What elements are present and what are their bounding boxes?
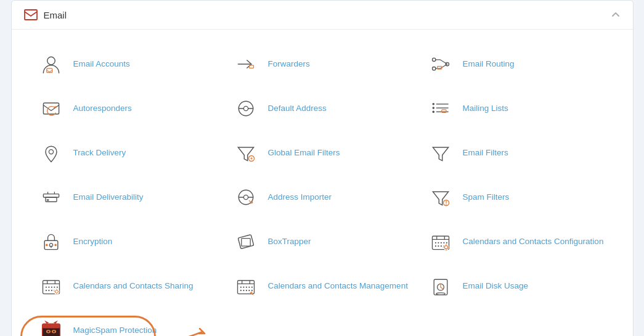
grid-container: Email Accounts Forwarders xyxy=(30,42,614,336)
svg-rect-34 xyxy=(241,239,250,247)
svg-point-76 xyxy=(240,290,241,291)
calendars-contacts-config-icon xyxy=(427,228,454,255)
item-boxtrapper[interactable]: BoxTrapper xyxy=(225,219,420,264)
item-default-address[interactable]: Default Address xyxy=(225,86,420,131)
item-global-email-filters[interactable]: Global Email Filters xyxy=(225,131,420,175)
svg-point-57 xyxy=(51,287,52,288)
email-disk-usage-icon xyxy=(427,272,454,300)
chevron-up-icon[interactable] xyxy=(611,10,621,20)
svg-point-41 xyxy=(440,242,441,244)
calendars-contacts-management-icon xyxy=(232,272,259,300)
email-filters-label: Email Filters xyxy=(463,147,508,158)
svg-point-78 xyxy=(245,290,247,291)
svg-point-14 xyxy=(432,107,434,109)
boxtrapper-icon xyxy=(232,228,259,255)
email-header-icon xyxy=(24,9,38,20)
item-calendars-contacts-config[interactable]: Calendars and Contacts Configuration xyxy=(420,219,614,264)
default-address-label: Default Address xyxy=(268,103,327,114)
item-email-routing[interactable]: Email Routing xyxy=(420,42,614,86)
item-spam-filters[interactable]: Spam Filters xyxy=(420,175,614,219)
svg-point-13 xyxy=(432,103,434,105)
item-email-filters[interactable]: Email Filters xyxy=(420,131,614,175)
item-email-accounts[interactable]: Email Accounts xyxy=(30,42,225,86)
item-magicspam-protection[interactable]: MagicSpam Protection xyxy=(30,308,225,336)
svg-point-72 xyxy=(243,287,244,288)
item-mailing-lists[interactable]: Mailing Lists xyxy=(420,86,614,131)
track-delivery-icon xyxy=(38,139,65,166)
calendars-contacts-config-label: Calendars and Contacts Configuration xyxy=(463,236,604,247)
autoresponders-icon xyxy=(38,95,65,122)
svg-point-56 xyxy=(48,287,49,288)
item-email-disk-usage[interactable]: Email Disk Usage xyxy=(420,264,614,308)
svg-point-55 xyxy=(45,287,46,288)
svg-point-44 xyxy=(434,245,436,247)
forwarders-label: Forwarders xyxy=(268,59,310,70)
svg-point-5 xyxy=(432,67,435,70)
svg-point-31 xyxy=(46,244,48,247)
svg-point-15 xyxy=(432,111,434,113)
mailing-lists-icon xyxy=(427,95,454,122)
item-autoresponders[interactable]: Autoresponders xyxy=(30,86,225,131)
svg-point-71 xyxy=(240,287,241,288)
forwarders-icon xyxy=(232,51,259,78)
global-email-filters-label: Global Email Filters xyxy=(268,147,340,158)
items-grid: Email Accounts Forwarders xyxy=(12,30,633,336)
spam-filters-label: Spam Filters xyxy=(463,192,510,203)
svg-point-1 xyxy=(47,57,55,65)
svg-point-43 xyxy=(446,242,447,244)
svg-point-77 xyxy=(243,290,244,291)
mailing-lists-label: Mailing Lists xyxy=(463,103,508,114)
svg-point-61 xyxy=(48,290,49,291)
svg-point-39 xyxy=(434,242,436,244)
svg-point-89 xyxy=(53,330,55,332)
autoresponders-label: Autoresponders xyxy=(73,103,132,114)
item-encryption[interactable]: Encryption xyxy=(30,219,225,264)
svg-point-58 xyxy=(54,287,55,288)
magicspam-protection-label: MagicSpam Protection xyxy=(73,325,157,336)
svg-point-82 xyxy=(436,293,444,295)
email-filters-icon xyxy=(427,139,454,166)
card-header: Email xyxy=(12,1,633,30)
item-track-delivery[interactable]: Track Delivery xyxy=(30,131,225,175)
svg-point-79 xyxy=(248,290,250,291)
email-routing-icon xyxy=(427,51,454,78)
svg-rect-85 xyxy=(42,324,60,328)
email-disk-usage-label: Email Disk Usage xyxy=(463,281,529,292)
svg-rect-0 xyxy=(25,10,37,20)
svg-point-17 xyxy=(49,150,53,154)
svg-rect-33 xyxy=(238,235,254,249)
global-email-filters-icon xyxy=(232,139,259,166)
item-address-importer[interactable]: Address Importer xyxy=(225,175,420,219)
item-email-deliverability[interactable]: Email Deliverability xyxy=(30,175,225,219)
svg-point-59 xyxy=(56,287,57,288)
svg-rect-19 xyxy=(43,194,59,197)
track-delivery-label: Track Delivery xyxy=(73,147,126,158)
svg-point-60 xyxy=(45,290,46,291)
encryption-label: Encryption xyxy=(73,236,113,247)
svg-point-62 xyxy=(51,290,52,291)
calendars-contacts-management-label: Calendars and Contacts Management xyxy=(268,281,408,292)
email-deliverability-label: Email Deliverability xyxy=(73,192,144,203)
address-importer-label: Address Importer xyxy=(268,192,332,203)
boxtrapper-label: BoxTrapper xyxy=(268,236,311,247)
svg-point-80 xyxy=(251,290,252,291)
email-section-card: Email Email Accounts xyxy=(11,0,634,336)
svg-point-4 xyxy=(432,58,435,61)
svg-point-45 xyxy=(438,245,439,247)
svg-point-42 xyxy=(443,242,444,244)
svg-point-32 xyxy=(54,244,57,247)
svg-point-40 xyxy=(438,242,439,244)
svg-point-46 xyxy=(440,245,441,247)
email-routing-label: Email Routing xyxy=(463,59,515,70)
email-accounts-icon xyxy=(38,51,65,78)
item-calendars-contacts-management[interactable]: Calendars and Contacts Management xyxy=(225,264,420,308)
spam-filters-icon xyxy=(427,184,454,211)
item-forwarders[interactable]: Forwarders xyxy=(225,42,420,86)
encryption-icon xyxy=(38,228,65,255)
svg-point-88 xyxy=(47,330,49,332)
section-title: Email xyxy=(44,10,67,20)
email-accounts-label: Email Accounts xyxy=(73,59,130,70)
svg-point-75 xyxy=(251,287,252,288)
address-importer-icon xyxy=(232,184,259,211)
item-calendars-contacts-sharing[interactable]: Calendars and Contacts Sharing xyxy=(30,264,225,308)
